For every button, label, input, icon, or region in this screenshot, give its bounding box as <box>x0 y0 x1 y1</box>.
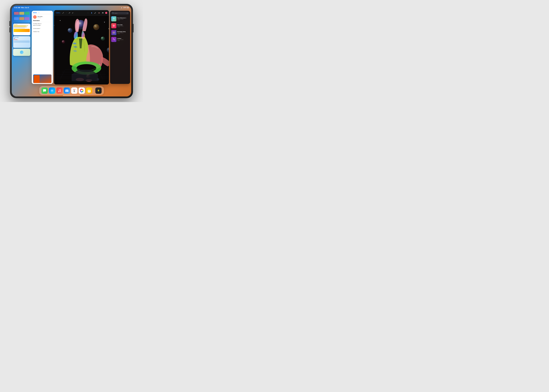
mail-toolbar: Done ‹ › <box>32 11 53 14</box>
svg-point-23 <box>60 20 61 21</box>
dock-music-icon[interactable] <box>56 87 63 94</box>
svg-point-75 <box>60 91 61 92</box>
mail-panel[interactable]: Done ‹ › T Trev Smi... To: You › Illustr… <box>32 11 53 84</box>
file-size: 2.1MB <box>117 27 129 27</box>
drawing-right-tools <box>90 12 107 14</box>
file-size: 2.4MB <box>117 20 129 21</box>
status-time: 9:41 AM Mon Jun 6 <box>14 7 29 8</box>
calendar-day: 6 <box>74 90 75 92</box>
file-info: Pose Reference 1 6/2/22, 3:10 PM 2.4MB <box>117 17 129 21</box>
dock-safari-icon[interactable] <box>49 87 55 94</box>
background-card-document[interactable]: GRASPING <box>13 24 30 35</box>
svg-point-74 <box>58 91 59 92</box>
file-size: 1.8MB <box>117 40 129 41</box>
mail-to-line: To: You › <box>37 17 51 18</box>
svg-rect-8 <box>102 12 104 13</box>
file-info: Disco Ball 6/2/22, 3:06 PM 2.1MB <box>117 24 129 27</box>
drawing-canvas[interactable]: ☽ <box>54 16 109 84</box>
pencil-tool[interactable] <box>62 12 64 14</box>
svg-point-85 <box>81 90 83 91</box>
smudge-tool[interactable] <box>68 12 71 14</box>
file-item[interactable]: Disco Ball 6/2/22, 3:06 PM 2.1MB <box>110 22 130 29</box>
svg-rect-5 <box>99 13 99 13</box>
files-panel: 🔍 earch 🎙 <box>110 11 130 84</box>
volume-up-button[interactable] <box>9 21 10 26</box>
file-item[interactable]: Untitled 6/2/22, 2:50 PM 1.8MB <box>110 36 130 43</box>
file-name: Blacklight Study <box>117 31 129 32</box>
dock-notes-icon[interactable] <box>86 87 92 94</box>
mail-image-preview <box>33 74 51 83</box>
file-thumbnail <box>111 37 116 42</box>
svg-rect-6 <box>102 13 104 14</box>
file-name: Untitled <box>117 38 129 39</box>
file-thumbnail <box>111 23 116 28</box>
mail-nav-arrows: ‹ › <box>38 12 39 14</box>
svg-point-68 <box>114 39 115 41</box>
files-list: Pose Reference 1 6/2/22, 3:10 PM 2.4MB <box>110 15 130 84</box>
background-card-news[interactable]: Coming Toget... for CHANG... <box>13 36 30 48</box>
power-button[interactable] <box>133 24 134 32</box>
eraser-right-icon[interactable] <box>98 12 100 14</box>
svg-rect-76 <box>65 90 69 92</box>
svg-point-49 <box>62 40 65 43</box>
file-thumbnail <box>111 16 116 21</box>
file-item[interactable]: Pose Reference 1 6/2/22, 3:10 PM 2.4MB <box>110 16 130 22</box>
file-item[interactable]: Blacklight Study 6/2/22, 2:55 PM 2.7MB <box>110 29 130 36</box>
mail-sender-info: Trev Smi... To: You › <box>37 16 51 18</box>
background-card-homescreen[interactable] <box>13 11 30 23</box>
ipad-screen: 9:41 AM Mon Jun 6 ▲ 100% ▋ <box>12 6 131 97</box>
background-card-4[interactable] <box>13 49 30 56</box>
stage-manager-indicator[interactable] <box>13 47 13 55</box>
files-search-bar[interactable]: 🔍 earch 🎙 <box>111 12 129 14</box>
svg-point-3 <box>94 13 95 14</box>
dock-arcade-icon[interactable] <box>95 87 101 94</box>
mail-next-arrow[interactable]: › <box>39 12 39 14</box>
color-picker[interactable] <box>105 12 107 14</box>
more-options-button[interactable]: ··· <box>87 12 89 14</box>
layers-icon[interactable] <box>101 12 104 14</box>
brush-icon[interactable] <box>94 12 97 14</box>
search-icon: 🔍 <box>112 13 114 14</box>
svg-point-48 <box>101 37 105 41</box>
gallery-button[interactable]: Gallery <box>56 12 60 14</box>
dock-photos-icon[interactable] <box>79 87 85 94</box>
mail-avatar: T <box>33 15 37 19</box>
mail-sender-area: T Trev Smi... To: You › <box>32 14 53 19</box>
ipad-device: 9:41 AM Mon Jun 6 ▲ 100% ▋ <box>10 4 133 98</box>
wifi-icon: ▲ <box>121 7 122 8</box>
file-name: Disco Ball <box>117 24 129 25</box>
background-app-cards: GRASPING Coming Toget... for CHA <box>13 11 31 56</box>
drawing-tool-icons <box>62 12 74 14</box>
file-size: 2.7MB <box>117 33 129 34</box>
drawing-panel[interactable]: Gallery <box>54 10 109 84</box>
mail-done-button[interactable]: Done <box>33 12 37 14</box>
eraser-tool[interactable] <box>71 12 74 14</box>
volume-down-button[interactable] <box>9 27 10 32</box>
mail-sender-name: Trev Smi... <box>37 16 51 17</box>
dock-messages-icon[interactable] <box>42 87 48 94</box>
drawing-toolbar: Gallery <box>54 10 109 16</box>
battery-icon: 100% <box>123 7 127 8</box>
mail-prev-arrow[interactable]: ‹ <box>38 12 39 14</box>
svg-point-66 <box>113 32 114 33</box>
file-name: Pose Reference 1 <box>117 17 129 19</box>
file-thumbnail <box>111 30 116 35</box>
svg-point-2 <box>91 13 92 13</box>
svg-rect-7 <box>102 13 104 13</box>
dock: MON 6 <box>39 86 104 95</box>
svg-line-1 <box>63 13 63 14</box>
status-right: ▲ 100% ▋ <box>121 7 129 8</box>
home-indicator[interactable] <box>63 95 80 96</box>
dock-mail-icon[interactable] <box>64 87 70 94</box>
mail-body: Hi Holly, Here's a piece to emulat... Le… <box>32 22 53 74</box>
svg-point-46 <box>68 28 72 33</box>
ink-pen-tool[interactable] <box>65 12 68 14</box>
pen-tip-icon[interactable] <box>90 12 93 14</box>
mic-icon[interactable]: 🎙 <box>127 13 128 14</box>
status-bar: 9:41 AM Mon Jun 6 ▲ 100% ▋ <box>12 6 131 10</box>
dock-calendar-icon[interactable]: MON 6 <box>71 87 77 94</box>
file-info: Untitled 6/2/22, 2:50 PM 1.8MB <box>117 38 129 41</box>
svg-line-0 <box>63 12 64 14</box>
artwork-svg: ☽ <box>54 16 109 84</box>
svg-point-92 <box>98 91 99 92</box>
